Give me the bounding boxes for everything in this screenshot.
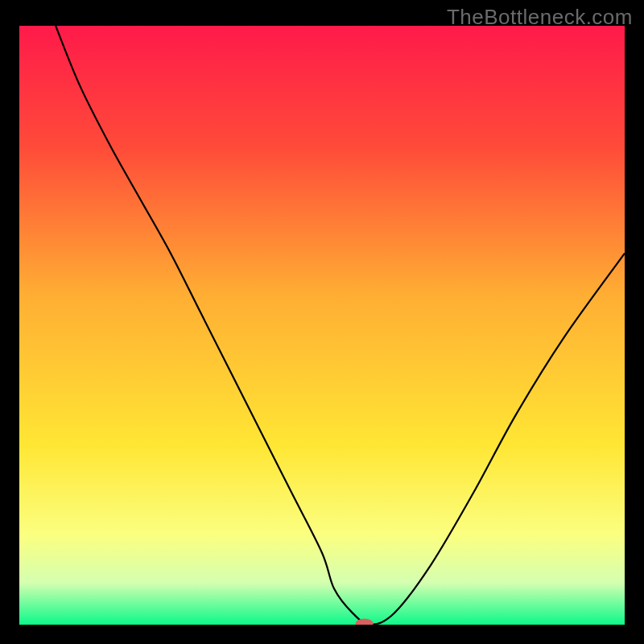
- plot-area: [19, 26, 625, 625]
- gradient-background: [19, 26, 625, 625]
- chart-frame: TheBottleneck.com: [0, 0, 644, 644]
- watermark-text: TheBottleneck.com: [447, 5, 633, 30]
- chart-svg: [19, 26, 625, 625]
